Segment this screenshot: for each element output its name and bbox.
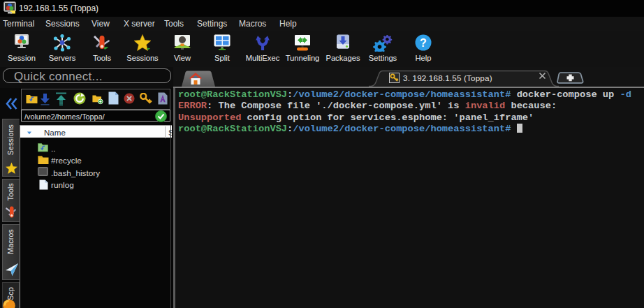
svg-text:?: ?: [420, 37, 427, 49]
